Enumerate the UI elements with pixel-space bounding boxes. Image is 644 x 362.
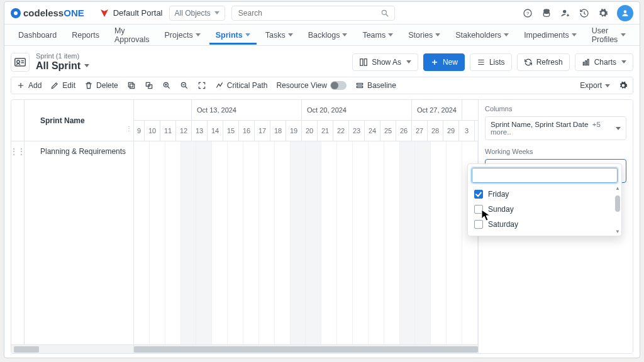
nav-item-user-profiles[interactable]: User Profiles [586,21,632,49]
day-header: 19 [286,121,302,141]
svg-rect-17 [585,60,586,65]
day-header: 18 [270,121,286,141]
delete-button[interactable]: Delete [84,81,118,90]
day-header: 28 [428,121,443,141]
fit-button[interactable] [197,81,206,90]
grid-row[interactable]: ⋮⋮ Planning & Requirements [11,141,133,162]
zoom-in-button[interactable] [162,81,171,90]
nav-item-stories[interactable]: Stories [402,26,447,45]
lists-button[interactable]: Lists [470,53,512,71]
week-header: Oct 13, 2024 [192,100,302,120]
chevron-down-icon [406,60,411,63]
gantt-column [384,141,400,344]
checkbox[interactable] [474,205,483,214]
week-header: Oct 20, 2024 [302,100,412,120]
charts-button[interactable]: Charts [575,53,633,71]
nav-item-dashboard[interactable]: Dashboard [12,26,63,45]
gantt-column [400,141,416,344]
scroll-thumb[interactable] [615,195,620,212]
day-option-saturday[interactable]: Saturday [468,217,621,232]
day-header: 27 [412,121,428,141]
show-as-button[interactable]: Show As [352,53,418,71]
chevron-down-icon [621,60,626,63]
history-icon[interactable] [579,8,589,18]
day-header: 13 [192,121,208,141]
baseline-button[interactable]: Baseline [355,81,396,90]
svg-rect-31 [357,86,362,87]
nav-item-sprints[interactable]: Sprints [209,26,257,45]
settings-button[interactable] [619,81,628,90]
duplicate-button[interactable] [145,81,153,90]
app-logo[interactable]: codelessONE [11,8,84,18]
chevron-down-icon [342,33,347,36]
gantt-column [196,141,212,344]
critical-path-button[interactable]: Critical Path [215,81,268,90]
svg-rect-19 [130,84,134,89]
baseline-icon [355,81,364,90]
svg-point-5 [563,9,566,13]
path-icon [215,81,224,90]
zoom-out-button[interactable] [180,81,189,90]
duplicate-icon [145,81,153,90]
search-icon [380,9,389,18]
copy-icon [127,81,136,90]
svg-line-28 [185,87,187,89]
gear-icon[interactable] [598,8,608,18]
main-nav: DashboardReportsMy ApprovalsProjectsSpri… [4,25,640,46]
day-option-friday[interactable]: Friday [468,187,621,202]
nav-item-reports[interactable]: Reports [65,26,106,45]
database-icon[interactable] [541,8,552,18]
chevron-down-icon [245,33,250,36]
h-scrollbar-left[interactable] [11,344,133,353]
nav-item-stakeholders[interactable]: Stakeholders [449,26,515,45]
logo-text-a: codeless [23,8,64,18]
day-header: 26 [396,121,412,141]
logo-icon [11,8,21,18]
day-header: 20 [302,121,318,141]
avatar[interactable] [617,5,633,21]
search-box[interactable] [231,6,395,21]
working-weeks-dropdown[interactable]: FridaySundaySaturday ▲ ▼ [467,163,622,236]
h-scrollbar-gantt[interactable] [134,344,478,353]
grid-header-name[interactable]: Sprint Name [11,100,133,141]
svg-text:?: ? [526,10,530,16]
new-button[interactable]: New [423,53,465,71]
checkbox[interactable] [474,190,483,199]
page-title[interactable]: All Sprint [36,60,89,72]
copy-button[interactable] [127,81,136,90]
export-button[interactable]: Export [580,81,610,90]
nav-item-impediments[interactable]: Impediments [518,26,583,45]
add-button[interactable]: Add [16,81,42,90]
day-header: 15 [223,121,239,141]
user-add-icon[interactable] [560,8,570,18]
dropdown-scrollbar[interactable]: ▲ ▼ [615,187,620,233]
help-icon[interactable]: ? [523,8,533,18]
checkbox[interactable] [474,220,483,229]
column-resize-handle[interactable]: ⋮ [126,125,131,132]
scroll-down-arrow[interactable]: ▼ [615,229,620,234]
nav-item-projects[interactable]: Projects [158,26,207,45]
columns-selector[interactable]: Sprint Name, Sprint Start Date +5 more.. [485,116,626,140]
nav-item-backlogs[interactable]: Backlogs [302,26,354,45]
list-icon [477,58,486,67]
toggle-icon [330,81,347,90]
refresh-button[interactable]: Refresh [517,53,570,71]
nav-item-my-approvals[interactable]: My Approvals [108,21,156,49]
day-option-sunday[interactable]: Sunday [468,202,621,217]
svg-rect-18 [587,59,589,65]
record-type-icon [11,53,30,72]
dropdown-filter-input[interactable] [472,168,618,183]
object-selector[interactable]: All Objects [169,6,225,21]
edit-button[interactable]: Edit [50,81,75,90]
gantt-column [321,141,337,344]
portal-label: Default Portal [113,8,163,18]
portal-selector[interactable]: Default Portal [99,8,163,18]
drag-handle-icon[interactable]: ⋮⋮ [11,147,24,156]
gear-icon [619,81,628,90]
chart-icon [582,58,591,67]
resource-view-toggle[interactable]: Resource View [276,81,346,90]
chevron-down-icon [572,33,577,36]
search-input[interactable] [237,8,380,18]
nav-item-tasks[interactable]: Tasks [259,26,299,45]
nav-item-teams[interactable]: Teams [356,26,399,45]
